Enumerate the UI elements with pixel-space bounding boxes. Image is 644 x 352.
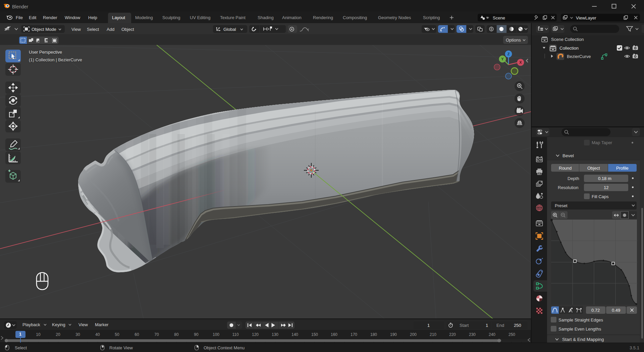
- svg-text:Collection: Collection: [559, 46, 579, 51]
- svg-text:X: X: [519, 60, 522, 64]
- svg-text:Z: Z: [507, 52, 510, 56]
- svg-text:Y: Y: [501, 57, 504, 61]
- svg-text:Scene Collection: Scene Collection: [551, 37, 584, 42]
- svg-text:BezierCurve: BezierCurve: [567, 54, 591, 59]
